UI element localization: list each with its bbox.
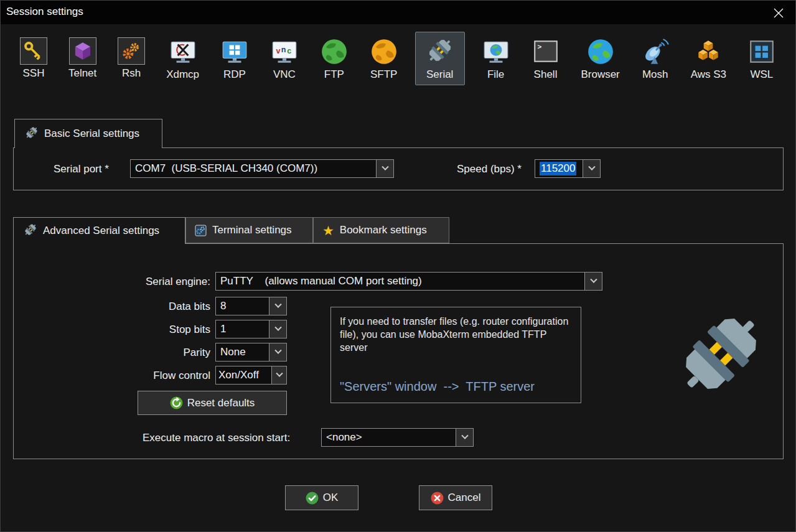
session-type-label: Rsh bbox=[122, 67, 141, 80]
session-type-xdmcp[interactable]: Xdmcp bbox=[162, 32, 204, 85]
serial-engine-value: PuTTY (allows manual COM port setting) bbox=[216, 273, 584, 290]
session-type-label: Browser bbox=[581, 68, 619, 81]
tab-bookmark-settings[interactable]: ★ Bookmark settings bbox=[313, 217, 449, 243]
tab-label: Bookmark settings bbox=[340, 224, 427, 236]
tftp-info-box: If you need to transfer files (e.g. rout… bbox=[330, 307, 581, 403]
globe-green-icon bbox=[320, 37, 349, 66]
svg-text:c: c bbox=[287, 47, 291, 55]
monitor-x-icon bbox=[169, 37, 197, 66]
session-type-label: RDP bbox=[223, 68, 246, 81]
stop-bits-label: Stop bits bbox=[63, 324, 210, 336]
window-title: Session settings bbox=[6, 6, 83, 18]
speed-value: 115200 bbox=[540, 162, 576, 175]
speed-select[interactable]: 115200 bbox=[535, 159, 601, 178]
plug-icon bbox=[25, 126, 39, 142]
ok-label: OK bbox=[323, 492, 339, 504]
tab-advanced-serial-settings[interactable]: Advanced Serial settings bbox=[13, 217, 185, 244]
session-type-label: Shell bbox=[534, 68, 558, 81]
parity-value: None bbox=[216, 343, 269, 361]
session-type-label: FTP bbox=[324, 68, 344, 81]
session-type-file[interactable]: File bbox=[477, 32, 515, 85]
plug-icon bbox=[426, 37, 454, 66]
data-bits-select[interactable]: 8 bbox=[215, 297, 287, 315]
speed-dropdown-button[interactable] bbox=[583, 160, 600, 177]
serial-engine-label: Serial engine: bbox=[63, 276, 210, 288]
star-icon: ★ bbox=[322, 224, 334, 237]
session-type-label: Xdmcp bbox=[166, 68, 199, 81]
titlebar: Session settings bbox=[1, 1, 795, 24]
serial-engine-select[interactable]: PuTTY (allows manual COM port setting) bbox=[215, 272, 602, 291]
session-type-telnet[interactable]: Telnet bbox=[64, 32, 101, 84]
data-bits-label: Data bits bbox=[63, 301, 210, 313]
cube-icon bbox=[69, 37, 96, 65]
session-type-serial[interactable]: Serial bbox=[415, 32, 465, 85]
parity-select[interactable]: None bbox=[215, 343, 287, 362]
svg-text:>: > bbox=[537, 43, 541, 50]
session-type-rdp[interactable]: RDP bbox=[216, 32, 253, 85]
execute-macro-dropdown-button[interactable] bbox=[456, 429, 473, 446]
tftp-info-text: If you need to transfer files (e.g. rout… bbox=[340, 315, 570, 354]
speed-label: Speed (bps) * bbox=[457, 163, 522, 175]
stop-bits-value: 1 bbox=[216, 320, 269, 338]
gears-icon bbox=[118, 37, 145, 65]
tab-terminal-settings[interactable]: Terminal settings bbox=[185, 217, 313, 243]
session-settings-dialog: Session settings SSH Teln bbox=[0, 0, 796, 532]
session-type-shell[interactable]: > Shell bbox=[527, 32, 564, 85]
session-type-label: WSL bbox=[750, 68, 773, 81]
session-type-label: Serial bbox=[426, 68, 453, 81]
execute-macro-select[interactable]: <none> bbox=[321, 428, 474, 447]
stop-bits-select[interactable]: 1 bbox=[215, 320, 287, 338]
tftp-info-link: "Servers" window --> TFTP server bbox=[340, 380, 535, 394]
data-bits-dropdown-button[interactable] bbox=[269, 297, 286, 315]
plug-icon bbox=[24, 223, 37, 240]
ok-check-icon bbox=[306, 492, 319, 505]
ok-button[interactable]: OK bbox=[285, 485, 358, 510]
serial-engine-dropdown-button[interactable] bbox=[584, 273, 602, 290]
globe-orange-icon bbox=[370, 37, 398, 66]
globe-blue-icon bbox=[586, 37, 615, 66]
reset-defaults-button[interactable]: Reset defaults bbox=[138, 391, 287, 415]
serial-port-value: COM7 (USB-SERIAL CH340 (COM7)) bbox=[131, 160, 376, 177]
cancel-label: Cancel bbox=[448, 492, 481, 504]
flow-control-select[interactable]: Xon/Xoff bbox=[215, 366, 287, 385]
basic-header-label: Basic Serial settings bbox=[44, 128, 139, 140]
tab-label: Advanced Serial settings bbox=[43, 225, 159, 237]
session-type-vnc[interactable]: v n c VNC bbox=[266, 32, 303, 85]
satellite-icon bbox=[641, 37, 670, 66]
parity-label: Parity bbox=[63, 347, 210, 359]
session-type-wsl[interactable]: WSL bbox=[743, 32, 780, 85]
svg-text:v: v bbox=[276, 47, 280, 55]
flow-control-value: Xon/Xoff bbox=[216, 366, 271, 384]
close-icon[interactable] bbox=[770, 5, 787, 21]
windows-icon bbox=[747, 37, 776, 66]
session-type-label: Telnet bbox=[68, 67, 96, 80]
session-type-mosh[interactable]: Mosh bbox=[637, 32, 674, 85]
session-type-label: SSH bbox=[23, 67, 45, 80]
basic-serial-settings-header: Basic Serial settings bbox=[14, 119, 162, 148]
session-type-label: VNC bbox=[273, 68, 296, 81]
flow-control-label: Flow control bbox=[63, 370, 210, 382]
cancel-button[interactable]: Cancel bbox=[419, 485, 492, 510]
session-type-label: Mosh bbox=[642, 68, 668, 81]
session-type-rsh[interactable]: Rsh bbox=[113, 32, 149, 84]
terminal-icon: > bbox=[531, 37, 560, 66]
serial-port-dropdown-button[interactable] bbox=[376, 160, 393, 177]
session-type-aws-s3[interactable]: Aws S3 bbox=[686, 32, 731, 85]
monitor-windows-icon bbox=[220, 37, 249, 66]
cancel-x-icon bbox=[431, 492, 444, 505]
cubes-icon bbox=[694, 37, 723, 66]
session-type-ssh[interactable]: SSH bbox=[16, 32, 52, 84]
data-bits-value: 8 bbox=[216, 297, 269, 315]
monitor-globe-icon bbox=[482, 37, 510, 66]
monitor-vnc-icon: v n c bbox=[270, 37, 299, 66]
session-type-sftp[interactable]: SFTP bbox=[365, 32, 403, 85]
stop-bits-dropdown-button[interactable] bbox=[269, 320, 286, 338]
session-type-ftp[interactable]: FTP bbox=[316, 32, 353, 85]
key-icon bbox=[20, 37, 47, 65]
parity-dropdown-button[interactable] bbox=[269, 343, 286, 361]
execute-macro-value: <none> bbox=[322, 429, 456, 446]
big-plug-icon bbox=[676, 309, 766, 401]
serial-port-select[interactable]: COM7 (USB-SERIAL CH340 (COM7)) bbox=[130, 159, 394, 178]
session-type-browser[interactable]: Browser bbox=[576, 32, 624, 85]
flow-control-dropdown-button[interactable] bbox=[271, 366, 286, 384]
